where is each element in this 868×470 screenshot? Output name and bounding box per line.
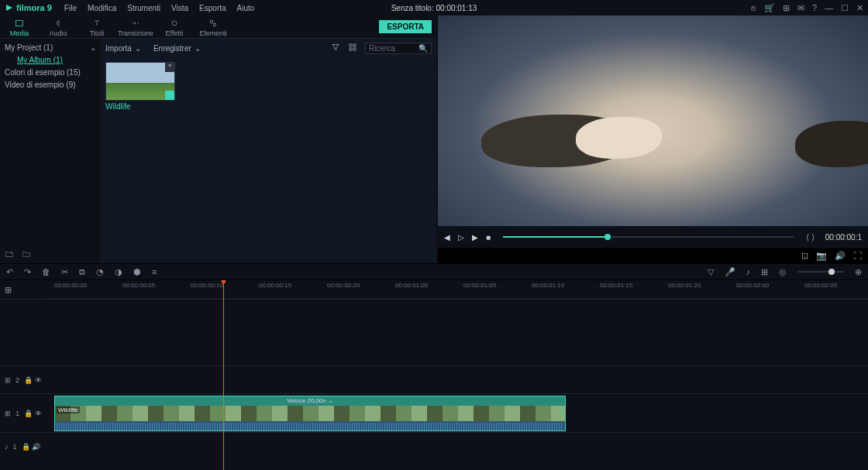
clip-speed-label: Veloce 20,00x ⌄	[55, 396, 565, 406]
clip-waveform	[55, 421, 565, 431]
notify-icon[interactable]: ⊞	[783, 3, 790, 13]
track-head-v1[interactable]: ⊞ 1 🔒 👁	[0, 393, 46, 432]
prev-frame-button[interactable]: ◀	[444, 233, 450, 242]
cart-icon[interactable]: 🛒	[764, 3, 775, 13]
svg-rect-7	[353, 48, 356, 50]
tree-colors[interactable]: Colori di esempio (15)	[5, 67, 96, 79]
speed-icon[interactable]: ◔	[96, 267, 104, 277]
media-clip-wildlife[interactable]: ≡ Wildlife	[105, 62, 175, 111]
svg-rect-0	[16, 20, 23, 26]
fullscreen-icon[interactable]: ⛶	[853, 251, 862, 260]
maximize-icon[interactable]: ☐	[841, 3, 849, 13]
menu-edit[interactable]: Modifica	[88, 4, 116, 12]
tree-project[interactable]: My Project (1)⌄	[5, 42, 96, 54]
clip-thumbnail: ≡	[105, 62, 175, 101]
display-icon[interactable]: ⊡	[801, 251, 808, 261]
marker-icon[interactable]: ▽	[708, 267, 714, 277]
help-icon[interactable]: ?	[812, 3, 817, 12]
track-a1[interactable]	[46, 432, 868, 460]
preview-scrubber[interactable]	[503, 236, 794, 238]
filter-icon[interactable]	[331, 43, 340, 53]
export-button[interactable]: ESPORTA	[379, 20, 432, 33]
crop-icon[interactable]: ⧉	[79, 267, 85, 277]
snapshot-icon[interactable]: 📷	[816, 251, 827, 261]
chevron-down-icon: ⌄	[135, 44, 141, 53]
close-icon[interactable]: ✕	[856, 3, 863, 13]
document-title: Senza titolo: 00:00:01:13	[391, 4, 477, 12]
svg-rect-3	[214, 23, 216, 26]
track-v1[interactable]: Veloce 20,00x ⌄ Wildlife	[46, 393, 868, 432]
delete-icon[interactable]: 🗑	[42, 267, 50, 276]
svg-point-1	[172, 21, 177, 26]
stop-button[interactable]: ■	[486, 233, 491, 242]
play-forward-button[interactable]: ▶	[472, 233, 478, 242]
tree-album[interactable]: My Album (1)	[5, 54, 96, 67]
minimize-icon[interactable]: —	[825, 3, 833, 12]
mic-icon[interactable]: 🎤	[725, 267, 735, 277]
import-dropdown[interactable]: Importa⌄	[105, 44, 141, 53]
undo-icon[interactable]: ↶	[6, 267, 13, 277]
folder-icon[interactable]	[22, 249, 31, 260]
track-head-v2[interactable]: ⊞ 2 🔒 👁	[0, 365, 46, 393]
tab-effects[interactable]: Effetti	[155, 17, 194, 37]
clip-badge-icon: ≡	[165, 63, 174, 72]
svg-rect-2	[211, 20, 213, 22]
adjust-icon[interactable]: ≡	[152, 267, 157, 276]
redo-icon[interactable]: ↷	[24, 267, 31, 277]
zoom-slider[interactable]	[797, 271, 844, 273]
tree-videos[interactable]: Video di esempio (9)	[5, 79, 96, 91]
grid-icon[interactable]	[348, 43, 357, 53]
zoom-fit-icon[interactable]: ◎	[779, 267, 787, 277]
tab-media[interactable]: Media	[0, 17, 39, 37]
timeline-clip-wildlife[interactable]: Veloce 20,00x ⌄ Wildlife	[54, 396, 566, 431]
clip-name: Wildlife	[105, 101, 175, 111]
new-folder-icon[interactable]	[5, 249, 14, 260]
app-logo: filmora 9	[5, 3, 52, 12]
project-tree: My Project (1)⌄ My Album (1) Colori di e…	[0, 39, 101, 246]
chevron-down-icon: ⌄	[195, 44, 201, 53]
preview-timecode: 00:00:00:1	[825, 233, 862, 242]
search-icon: 🔍	[418, 44, 428, 53]
preview-viewport[interactable]	[438, 15, 868, 226]
mixer-icon[interactable]: ♪	[746, 267, 751, 276]
svg-rect-6	[350, 48, 352, 50]
clip-label: Wildlife	[57, 407, 80, 413]
svg-rect-5	[353, 44, 356, 46]
menu-help[interactable]: Aiuto	[237, 4, 255, 12]
tab-transition[interactable]: Transizione	[116, 17, 155, 37]
timeline-ruler[interactable]: 00:00:00:00 00:00:00:05 00:00:00:10 00:0…	[46, 280, 868, 299]
track-head-a1[interactable]: ♪ 1 🔒 🔊	[0, 432, 46, 460]
play-button[interactable]: ▷	[458, 233, 464, 242]
timeline-toolbar: ↶ ↷ 🗑 ✂ ⧉ ◔ ◑ ⬢ ≡ ▽ 🎤 ♪ ⊞ ◎ ⊕	[0, 263, 868, 280]
split-icon[interactable]: ✂	[61, 267, 68, 277]
track-manager-icon[interactable]: ⊞	[5, 285, 12, 295]
menu-tools[interactable]: Strumenti	[127, 4, 160, 12]
tab-elements[interactable]: Elementi	[194, 17, 232, 37]
volume-icon[interactable]: 🔊	[835, 251, 846, 261]
render-icon[interactable]: ⊞	[761, 267, 768, 277]
menu-export[interactable]: Esporta	[199, 4, 226, 12]
user-icon[interactable]: ⎋	[751, 3, 756, 12]
track-v2[interactable]	[46, 365, 868, 393]
zoom-in-icon[interactable]: ⊕	[855, 267, 862, 277]
svg-rect-4	[350, 44, 352, 46]
playhead[interactable]	[223, 280, 224, 470]
record-dropdown[interactable]: Enregistrer⌄	[153, 44, 201, 53]
menu-view[interactable]: Vista	[171, 4, 188, 12]
expand-icon[interactable]: ⟨ ⟩	[806, 232, 815, 242]
tab-titles[interactable]: Titoli	[78, 17, 116, 37]
chevron-down-icon: ⌄	[90, 42, 96, 54]
track-spacer	[46, 299, 868, 365]
tab-audio[interactable]: Audio	[39, 17, 78, 37]
main-menu: File Modifica Strumenti Vista Esporta Ai…	[64, 4, 255, 12]
green-screen-icon[interactable]: ⬢	[133, 267, 141, 277]
search-input[interactable]: Ricerca🔍	[365, 43, 432, 54]
menu-file[interactable]: File	[64, 4, 77, 12]
mail-icon[interactable]: ✉	[797, 3, 804, 13]
color-icon[interactable]: ◑	[115, 267, 122, 277]
